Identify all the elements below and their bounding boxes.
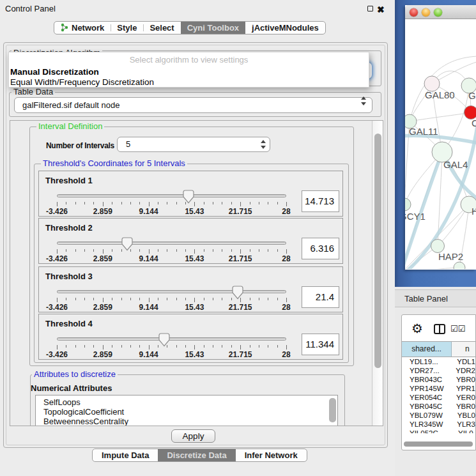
tab-select[interactable]: Select [143, 22, 180, 34]
threshold-label: Threshold 1 [45, 176, 93, 185]
threshold-panel-4: Threshold 4-3.4262.8599.14415.4321.71528… [38, 314, 343, 360]
slider-tick [103, 249, 104, 254]
settings-vertical-scrollbar[interactable] [372, 121, 383, 426]
tab-jactivemnodules[interactable]: jActiveMNodules [245, 22, 325, 34]
slider-tick-label: 15.43 [175, 207, 213, 216]
top-tab-bar: NetworkStyleSelectCyni ToolboxjActiveMNo… [54, 21, 326, 35]
slider-tick [185, 249, 186, 252]
threshold-slider-track[interactable] [57, 242, 286, 245]
settings-scrollbar-thumb[interactable] [374, 134, 381, 368]
tab-network[interactable]: Network [54, 22, 111, 34]
table-row[interactable]: YPR145WYPR1 [402, 385, 475, 394]
threshold-label: Threshold 4 [45, 319, 93, 328]
column-header-name[interactable]: n [452, 342, 475, 357]
network-node-N9[interactable] [454, 262, 465, 269]
table-hscrollbar-thumb[interactable] [404, 441, 473, 447]
number-of-intervals-spinner[interactable]: 5 [117, 137, 270, 152]
table-row[interactable]: YDR27...YDR2 [402, 367, 475, 376]
table-row[interactable]: YDL19...YDL1 [402, 358, 475, 367]
threshold-slider-track[interactable] [57, 337, 286, 341]
network-icon [61, 23, 68, 33]
threshold-slider-thumb[interactable] [183, 190, 196, 204]
table-row[interactable]: YBR045CYBR0 [402, 403, 475, 411]
popup-item-manual[interactable]: Manual Discretization [9, 67, 369, 77]
minimize-traffic-light[interactable] [422, 8, 430, 17]
popup-item-equal-width[interactable]: Equal Width/Frequency Discretization [9, 77, 369, 88]
threshold-slider-thumb[interactable] [158, 333, 171, 347]
slider-tick [204, 345, 204, 348]
slider-tick-label: 9.144 [130, 207, 168, 216]
slider-tick [139, 249, 140, 252]
attributes-list-scrollbar[interactable] [329, 398, 336, 422]
slider-tick [66, 345, 66, 348]
slider-tick-label: 28 [267, 254, 305, 263]
slider-tick [84, 202, 85, 204]
attribute-item[interactable]: BetweennessCentrality [36, 417, 337, 426]
threshold-value-field[interactable]: 14.713 [302, 190, 339, 212]
columns-icon[interactable] [434, 324, 445, 334]
threshold-slider-thumb[interactable] [232, 286, 245, 300]
close-icon[interactable]: ✖ [377, 4, 385, 15]
interval-definition-title: Interval Definition [36, 122, 104, 130]
attribute-item[interactable]: SelfLoops [36, 397, 337, 407]
slider-tick [222, 298, 222, 300]
slider-tick-label: 28 [267, 207, 305, 216]
table-row[interactable]: YBR043CYBR0 [402, 376, 475, 385]
table-row[interactable]: YER054CYER0 [402, 394, 475, 403]
threshold-slider-track[interactable] [57, 194, 286, 197]
slider-tick [213, 298, 213, 300]
network-edge[interactable] [410, 112, 471, 121]
tab-discretize-data[interactable]: Discretize Data [158, 449, 235, 461]
attribute-item[interactable]: TopologicalCoefficient [36, 407, 337, 417]
zoom-traffic-light[interactable] [434, 8, 442, 17]
table-row[interactable]: YLR345WYLR3 [402, 420, 475, 429]
slider-tick [259, 345, 259, 348]
close-traffic-light[interactable] [410, 8, 418, 17]
select-columns-icons[interactable]: ☑☑ [450, 324, 465, 334]
network-canvas[interactable]: GAL80GCGAL11GAL4GCY1HHAP2 [405, 19, 476, 269]
slider-tick-label: 9.144 [130, 254, 168, 263]
slider-tick [277, 249, 278, 252]
slider-tick [103, 202, 104, 206]
slider-tick [121, 298, 122, 300]
numerical-attributes-list[interactable]: SelfLoopsTopologicalCoefficientBetweenne… [35, 395, 338, 426]
slider-tick [231, 345, 232, 348]
network-edge[interactable] [405, 268, 459, 269]
slider-tick-label: 9.144 [130, 350, 168, 359]
tab-infer-network[interactable]: Infer Network [236, 449, 307, 461]
slider-tick [103, 298, 104, 302]
slider-tick [222, 202, 222, 204]
tab-impute-data[interactable]: Impute Data [93, 449, 158, 461]
table-row[interactable]: YBL079WYBL0 [402, 411, 475, 420]
slider-tick-label: 2.859 [84, 350, 122, 359]
slider-tick [250, 298, 250, 300]
column-header-shared-name[interactable]: shared... [402, 342, 452, 357]
tab-cyni-toolbox[interactable]: Cyni Toolbox [181, 22, 245, 34]
slider-tick [112, 249, 112, 252]
slider-tick [158, 298, 158, 300]
table-data-combobox[interactable]: galFiltered.sif default node [14, 97, 372, 113]
threshold-slider-track[interactable] [57, 290, 286, 293]
table-row[interactable]: YIL052CYIL0 [402, 429, 475, 433]
tab-style[interactable]: Style [111, 22, 143, 34]
gear-icon[interactable]: ⚙ [411, 321, 423, 336]
slider-tick [194, 345, 195, 349]
slider-tick-label: 9.144 [130, 303, 168, 312]
apply-button[interactable]: Apply [171, 429, 215, 443]
threshold-slider-thumb[interactable] [121, 237, 134, 251]
slider-tick [222, 345, 222, 348]
network-node-label: HAP2 [438, 251, 463, 262]
slider-tick [286, 345, 287, 349]
threshold-value-field[interactable]: 21.4 [302, 286, 339, 308]
slider-tick [66, 249, 66, 252]
threshold-label: Threshold 2 [45, 223, 93, 233]
network-node-label: GCY1 [405, 211, 426, 222]
bottom-tab-bar: Impute DataDiscretize DataInfer Network [92, 449, 307, 462]
slider-tick [231, 202, 232, 204]
float-icon[interactable] [367, 6, 373, 12]
slider-tick [121, 202, 122, 204]
table-data-title: Table Data [12, 88, 55, 96]
threshold-value-field[interactable]: 11.344 [302, 334, 339, 355]
threshold-value-field[interactable]: 6.316 [302, 238, 339, 259]
network-node-GCY1[interactable] [405, 198, 411, 211]
